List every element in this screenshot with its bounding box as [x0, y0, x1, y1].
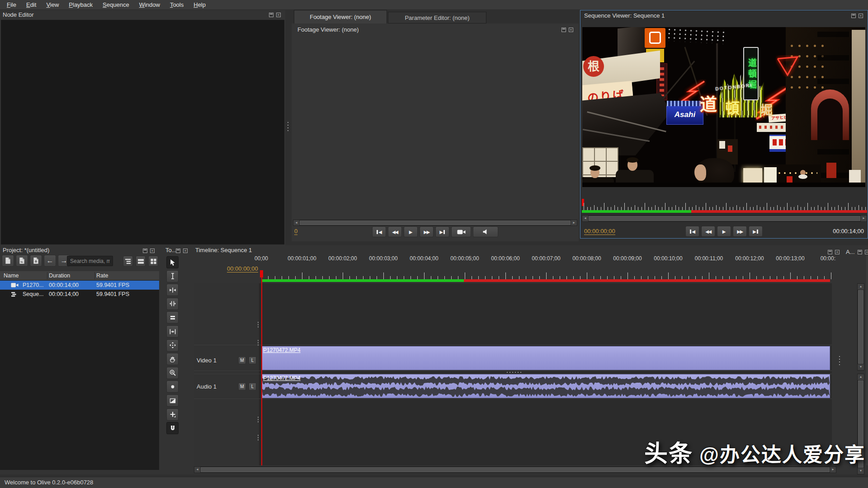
close-panel-icon[interactable]: × — [859, 14, 863, 18]
close-panel-icon[interactable]: × — [835, 250, 840, 254]
float-panel-icon[interactable] — [858, 250, 862, 254]
tab-parameter-editor[interactable]: Parameter Editor: (none) — [388, 12, 486, 23]
scroll-down-icon[interactable]: ▾ — [858, 468, 864, 474]
mute-button[interactable]: M — [238, 357, 246, 364]
menu-item-file[interactable]: File — [2, 0, 21, 10]
scroll-left-icon[interactable]: ◂ — [194, 467, 200, 473]
arch-red-lit — [811, 89, 849, 140]
lock-button[interactable]: L — [249, 383, 256, 390]
timeline-ruler-labels[interactable]: 00;0000:00:01;0000:00:02;0000:00:03;0000… — [248, 255, 836, 264]
hand-tool[interactable] — [166, 353, 179, 365]
play-button[interactable]: ▶ — [404, 226, 418, 237]
close-panel-icon[interactable]: × — [150, 249, 155, 253]
scroll-down-icon[interactable]: ▾ — [858, 364, 864, 370]
transition-tool[interactable] — [166, 394, 179, 407]
float-panel-icon[interactable] — [561, 28, 566, 32]
lock-button[interactable]: L — [249, 357, 256, 364]
track-resize-handle[interactable] — [257, 339, 259, 346]
viewer-scrollbar[interactable]: ◂ ▸ — [582, 215, 867, 222]
skip-end-button[interactable]: ▶ — [749, 226, 763, 237]
neon-sign-right — [826, 163, 836, 178]
track-splitter-handle[interactable] — [839, 355, 840, 366]
timeline-playhead-line[interactable] — [261, 270, 262, 465]
viewer-ruler[interactable] — [582, 198, 867, 210]
track-resize-handle[interactable] — [257, 416, 259, 422]
audio-clip[interactable]: P1270472.MP4 — [261, 374, 830, 398]
open-button[interactable] — [16, 255, 28, 267]
skip-start-button[interactable]: ◀ — [685, 226, 699, 237]
float-panel-icon[interactable] — [828, 250, 832, 254]
scroll-left-icon[interactable]: ◂ — [293, 220, 299, 225]
video-clip[interactable]: P1270472.MP4 — [261, 346, 830, 370]
track-resize-handle[interactable] — [257, 321, 259, 328]
menu-item-sequence[interactable]: Sequence — [98, 0, 134, 10]
rewind-button[interactable]: ◀◀ — [701, 226, 715, 237]
track-resize-handle[interactable] — [257, 434, 259, 441]
menu-item-help[interactable]: Help — [189, 0, 211, 10]
menu-item-edit[interactable]: Edit — [21, 0, 41, 10]
mute-button[interactable]: M — [238, 383, 246, 390]
scroll-left-icon[interactable]: ◂ — [582, 216, 588, 221]
new-button[interactable] — [2, 255, 14, 267]
footage-viewer-panel: Footage Viewer: (none) × ◂ ▸ 0 ◀◀◀▶▶▶▶ — [292, 23, 579, 241]
cell-duration: 00:00:14;00 — [49, 282, 79, 288]
menu-item-playback[interactable]: Playback — [64, 0, 98, 10]
video-tracks-scrollbar[interactable]: ▴ ▾ — [857, 283, 864, 371]
rolling-tool[interactable] — [166, 298, 179, 310]
record-tool[interactable] — [166, 380, 179, 393]
search-input[interactable] — [67, 256, 113, 266]
scroll-up-icon[interactable]: ▴ — [858, 374, 864, 380]
fast-forward-button[interactable]: ▶▶ — [733, 226, 747, 237]
razor-tool[interactable] — [166, 311, 179, 324]
media-row[interactable]: Seque...00:00:14;0059.9401 FPS — [0, 290, 159, 299]
scrollbar-thumb[interactable] — [858, 290, 863, 364]
snapping-toggle[interactable] — [166, 422, 179, 434]
ruler-ticks — [584, 198, 866, 210]
add-tool[interactable] — [166, 408, 179, 421]
column-header-name[interactable]: Name — [4, 272, 19, 279]
rewind-button[interactable]: ◀◀ — [388, 226, 402, 237]
slide-tool[interactable] — [166, 339, 179, 352]
slip-tool[interactable] — [166, 325, 179, 338]
close-panel-icon[interactable]: × — [865, 250, 868, 254]
close-panel-icon[interactable]: × — [569, 28, 573, 32]
zoom-tool[interactable] — [166, 367, 179, 379]
skip-end-button[interactable]: ▶ — [435, 226, 449, 237]
float-panel-icon[interactable] — [143, 249, 147, 253]
footage-scrollbar[interactable]: ◂ ▸ — [293, 220, 577, 226]
menu-item-view[interactable]: View — [41, 0, 64, 10]
tree-view-button[interactable] — [123, 256, 133, 267]
panel-splitter-handle[interactable] — [287, 121, 289, 132]
fast-forward-button[interactable]: ▶▶ — [420, 226, 434, 237]
camera-button[interactable] — [451, 226, 471, 237]
icon-view-button[interactable] — [148, 256, 158, 267]
column-header-rate[interactable]: Rate — [96, 272, 108, 279]
project-media-list[interactable] — [0, 271, 159, 470]
tab-footage-viewer[interactable]: Footage Viewer: (none) — [294, 10, 387, 23]
menu-item-window[interactable]: Window — [134, 0, 165, 10]
track-splitter-handle[interactable] — [506, 371, 522, 373]
node-editor-canvas[interactable] — [1, 20, 284, 244]
menu-item-tools[interactable]: Tools — [165, 0, 189, 10]
undo-button[interactable]: ← — [44, 255, 56, 267]
float-panel-icon[interactable] — [269, 13, 274, 17]
volume-button[interactable] — [473, 226, 498, 237]
list-view-button[interactable] — [136, 256, 146, 267]
edit-tool[interactable] — [166, 270, 179, 282]
pointer-tool[interactable] — [166, 256, 179, 268]
scroll-right-icon[interactable]: ▸ — [571, 220, 577, 225]
ripple-tool[interactable] — [166, 284, 179, 296]
skip-start-button[interactable]: ◀ — [372, 226, 386, 237]
media-row[interactable]: P1270...00:00:14;0059.9401 FPS — [0, 281, 159, 290]
scrollbar-thumb[interactable] — [300, 221, 571, 225]
save-button[interactable] — [30, 255, 42, 267]
float-panel-icon[interactable] — [851, 14, 856, 18]
scroll-up-icon[interactable]: ▴ — [858, 284, 864, 290]
scroll-right-icon[interactable]: ▸ — [861, 216, 867, 221]
scrollbar-thumb[interactable] — [589, 216, 860, 221]
timeline-ruler-ticks[interactable] — [248, 269, 836, 279]
play-button[interactable]: ▶ — [717, 226, 731, 237]
status-bar: Welcome to Olive 0.2.0-e06b0728 — [0, 477, 868, 488]
column-header-duration[interactable]: Duration — [49, 272, 70, 279]
close-panel-icon[interactable]: × — [276, 13, 281, 17]
